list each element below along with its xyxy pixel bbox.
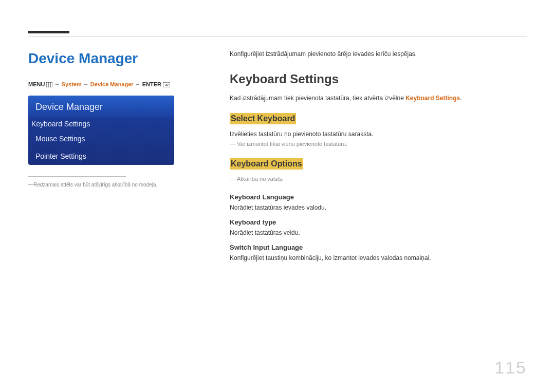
- select-keyboard-heading: Select Keyboard: [230, 113, 296, 124]
- svg-rect-3: [163, 82, 170, 87]
- breadcrumb-arrow: →: [83, 81, 89, 87]
- switch-input-language-desc: Konfigurējiet taustiņu kombināciju, ko i…: [230, 254, 527, 262]
- header-accent-bar: [28, 31, 69, 33]
- keyboard-type-desc: Norādiet tastatūras veidu.: [230, 229, 527, 236]
- keyboard-settings-desc: Kad izstrādājumam tiek pievienota tastat…: [230, 95, 527, 102]
- keyboard-language-desc: Norādiet tastatūras ievades valodu.: [230, 204, 527, 211]
- menu-item-mouse-settings[interactable]: Mouse Settings: [28, 130, 174, 147]
- keyboard-type-heading: Keyboard type: [230, 218, 527, 226]
- footnote-rule: [28, 176, 126, 177]
- keyboard-settings-heading: Keyboard Settings: [230, 72, 527, 86]
- breadcrumb-system: System: [62, 81, 82, 87]
- breadcrumb: MENU → System → Device Manager → ENTER: [28, 81, 203, 88]
- page-number: 115: [494, 358, 527, 378]
- menu-grid-icon: [46, 82, 52, 88]
- breadcrumb-device-manager: Device Manager: [90, 81, 134, 87]
- intro-text: Konfigurējiet izstrādājumam pievienoto ā…: [230, 50, 527, 58]
- select-keyboard-desc: Izvēlieties tastatūru no pievienoto tast…: [230, 130, 527, 138]
- menu-item-pointer-settings[interactable]: Pointer Settings: [28, 147, 174, 165]
- keyboard-options-section: Keyboard Options Atkarībā no valsts. Key…: [230, 158, 527, 262]
- panel-header: Device Manager: [28, 96, 174, 118]
- desc-post: .: [460, 95, 461, 102]
- keyboard-options-heading: Keyboard Options: [230, 158, 303, 170]
- menu-item-label: Pointer Settings: [35, 152, 86, 160]
- select-keyboard-section: Select Keyboard Izvēlieties tastatūru no…: [230, 113, 527, 147]
- keyboard-options-note: Atkarībā no valsts.: [230, 176, 527, 182]
- device-manager-panel: Device Manager Keyboard Settings Mouse S…: [28, 96, 174, 165]
- enter-icon: [163, 82, 170, 88]
- breadcrumb-enter: ENTER: [142, 81, 161, 87]
- breadcrumb-menu: MENU: [28, 81, 45, 87]
- switch-input-language-heading: Switch Input Language: [230, 244, 527, 251]
- left-column: Device Manager MENU → System → Device Ma…: [28, 50, 203, 262]
- model-disclaimer-footnote: Redzamais attēls var būt atšķirīgs atkar…: [28, 182, 203, 188]
- desc-keyword: Keyboard Settings: [405, 95, 460, 102]
- keyboard-language-heading: Keyboard Language: [230, 193, 527, 201]
- page-title: Device Manager: [28, 50, 203, 67]
- menu-item-keyboard-settings[interactable]: Keyboard Settings: [28, 118, 174, 130]
- desc-pre: Kad izstrādājumam tiek pievienota tastat…: [230, 95, 405, 102]
- content-columns: Device Manager MENU → System → Device Ma…: [28, 50, 527, 262]
- header-rule: [28, 36, 527, 36]
- manual-page: Device Manager MENU → System → Device Ma…: [0, 0, 555, 392]
- right-column: Konfigurējiet izstrādājumam pievienoto ā…: [203, 50, 527, 262]
- menu-item-label: Keyboard Settings: [31, 120, 171, 128]
- menu-item-label: Mouse Settings: [35, 135, 85, 143]
- svg-rect-0: [46, 82, 52, 87]
- breadcrumb-arrow: →: [54, 81, 60, 87]
- breadcrumb-arrow: →: [135, 81, 141, 87]
- select-keyboard-note: Var izmantot tikai vienu pievienoto tast…: [230, 141, 527, 147]
